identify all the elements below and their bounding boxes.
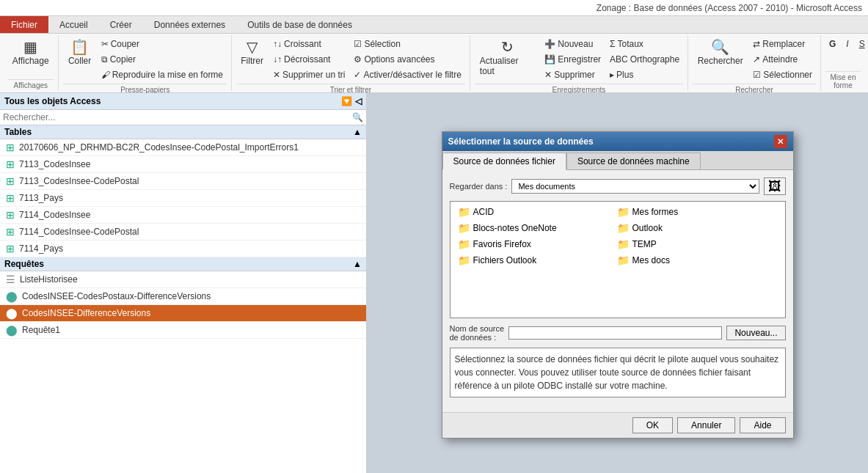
decroissant-btn[interactable]: ↓↑ Décroissant [269, 52, 349, 67]
folder-item-5[interactable]: 📁 Mes docs [613, 253, 770, 268]
remplacer-btn[interactable]: ⇄ Remplacer [749, 37, 816, 51]
rechercher-btn[interactable]: 🔍 Rechercher [693, 37, 748, 69]
folder-item-6[interactable]: 📁 Mes formes [613, 205, 770, 219]
nouveau-btn[interactable]: ➕ Nouveau [541, 37, 605, 51]
italique-btn[interactable]: I [842, 37, 852, 51]
actualiser-btn[interactable]: ↻ Actualiser tout [475, 37, 540, 79]
table-item-3[interactable]: ⊞ 7113_CodesInsee-CodePostal [0, 173, 366, 190]
new-btn[interactable]: Nouveau... [726, 326, 785, 340]
ok-label: OK [646, 420, 659, 430]
folder-label-6: Mes formes [632, 207, 679, 217]
supprimer-tri-icon: ✕ [273, 70, 280, 80]
ribbon-tabs: Fichier Accueil Créer Données externes O… [0, 16, 868, 34]
tab-fichier[interactable]: Fichier [0, 16, 48, 33]
sidebar-title: Tous les objets Access [4, 96, 101, 106]
requete-item-3[interactable]: ⬤ CodesINSEE-DifferenceVersions [0, 305, 366, 322]
table-icon-4: ⊞ [6, 192, 15, 204]
requete-item-2[interactable]: ⬤ CodesINSEE-CodesPostaux-DifferenceVers… [0, 288, 366, 305]
affichage-btn[interactable]: ▦ Affichage [7, 37, 54, 69]
activer-filtre-btn[interactable]: ✓ Activer/désactiver le filtre [350, 67, 464, 82]
couper-btn[interactable]: ✂ Couper [98, 37, 227, 51]
file-list[interactable]: 📁 ACID 📁 Mes formes 📁 Blocs-notes OneNot… [450, 201, 786, 318]
filtrer-btn[interactable]: ▽ Filtrer [236, 37, 268, 69]
folder-item-4[interactable]: 📁 Fichiers Outlook [453, 253, 611, 268]
supprimer-icon: ✕ [544, 70, 552, 80]
main-content: Sélectionner la source de données ✕ Sour… [367, 93, 868, 473]
browse-btn[interactable]: 🖼 [764, 177, 786, 195]
tables-section-header[interactable]: Tables ▲ [0, 125, 366, 139]
new-btn-label: Nouveau... [734, 328, 777, 338]
tab-donnees-externes[interactable]: Données externes [143, 16, 236, 33]
selectionner-label: Sélectionner [763, 70, 812, 80]
table-item-5[interactable]: ⊞ 7114_CodesInsee [0, 207, 366, 224]
croissant-btn[interactable]: ↑↓ Croissant [269, 37, 349, 51]
totaux-btn[interactable]: Σ Totaux [606, 37, 683, 51]
folder-item-8[interactable]: 📁 TEMP [613, 237, 770, 252]
selectionner-btn[interactable]: ☑ Sélectionner [749, 67, 816, 82]
main-layout: Tous les objets Access 🔽 ◁ 🔍 Tables ▲ ⊞ … [0, 93, 868, 473]
description-text: Sélectionnez la source de données fichie… [455, 354, 779, 391]
tab-accueil[interactable]: Accueil [48, 16, 99, 33]
couper-label: Couper [111, 39, 139, 49]
options-avancees-btn[interactable]: ⚙ Options avancées [350, 52, 464, 67]
tab-machine-datasource[interactable]: Source de données machine [566, 153, 701, 169]
plus-btn[interactable]: ▸ Plus [606, 67, 683, 82]
folder-item-3[interactable]: 📁 Favoris Firefox [453, 237, 611, 252]
copier-btn[interactable]: ⧉ Copier [98, 52, 227, 67]
table-item-1[interactable]: ⊞ 20170606_NP_DRHMD-BC2R_CodesInsee-Code… [0, 139, 366, 156]
atteindre-icon: ↗ [753, 54, 760, 65]
supprimer-tri-btn[interactable]: ✕ Supprimer un tri [269, 67, 349, 82]
table-item-2[interactable]: ⊞ 7113_CodesInsee [0, 156, 366, 173]
sidebar: Tous les objets Access 🔽 ◁ 🔍 Tables ▲ ⊞ … [0, 93, 367, 473]
dialog-close-btn[interactable]: ✕ [774, 135, 787, 148]
table-label-3: 7113_CodesInsee-CodePostal [19, 176, 139, 186]
requete-item-4[interactable]: ⬤ Requête1 [0, 322, 366, 339]
enregistrer-btn[interactable]: 💾 Enregistrer [541, 52, 605, 67]
remplacer-icon: ⇄ [753, 39, 760, 49]
orthographe-btn[interactable]: ABC Orthographe [606, 52, 683, 67]
plus-label: Plus [616, 70, 633, 80]
supprimer-btn[interactable]: ✕ Supprimer [541, 67, 605, 82]
requetes-section-header[interactable]: Requêtes ▲ [0, 257, 366, 271]
aide-button[interactable]: Aide [740, 417, 785, 433]
enregistrements-group-label: Enregistrements [475, 84, 683, 94]
coller-label: Coller [68, 56, 91, 66]
ribbon: Fichier Accueil Créer Données externes O… [0, 16, 868, 93]
coller-btn[interactable]: 📋 Coller [63, 37, 95, 69]
folder-item-7[interactable]: 📁 Outlook [613, 221, 770, 235]
table-item-6[interactable]: ⊞ 7114_CodesInsee-CodePostal [0, 224, 366, 241]
atteindre-btn[interactable]: ↗ Atteindre [749, 52, 816, 67]
table-icon-7: ⊞ [6, 243, 15, 254]
requetes-label: Requêtes [4, 259, 44, 269]
reproduire-btn[interactable]: 🖌 Reproduire la mise en forme [98, 67, 227, 82]
tab-outils[interactable]: Outils de base de données [236, 16, 363, 33]
ribbon-group-enregistrements: ↻ Actualiser tout ➕ Nouveau 💾 Enregistre… [470, 35, 688, 91]
gras-btn[interactable]: G [825, 37, 839, 51]
table-item-4[interactable]: ⊞ 7113_Pays [0, 190, 366, 207]
croissant-icon: ↑↓ [273, 39, 282, 49]
sidebar-collapse-icon[interactable]: 🔽 [341, 96, 352, 106]
name-input[interactable] [508, 326, 722, 340]
selection-btn[interactable]: ☑ Sélection [350, 37, 464, 51]
souligne-btn[interactable]: S [856, 37, 868, 51]
table-item-7[interactable]: ⊞ 7114_Pays [0, 241, 366, 257]
ok-button[interactable]: OK [632, 417, 673, 433]
sidebar-header: Tous les objets Access 🔽 ◁ [0, 93, 366, 110]
copier-icon: ⧉ [101, 54, 108, 65]
look-in-select[interactable]: Mes documents [511, 179, 759, 194]
nouveau-label: Nouveau [558, 39, 593, 49]
enregistrer-icon: 💾 [544, 54, 555, 65]
ribbon-content: ▦ Affichage Affichages 📋 Coller ✂ Couper [0, 34, 868, 92]
tab-fichier-datasource[interactable]: Source de données fichier [442, 153, 566, 170]
folder-item-1[interactable]: 📁 ACID [453, 205, 611, 219]
plus-icon: ▸ [610, 70, 614, 80]
requete-item-1[interactable]: ☰ ListeHistorisee [0, 271, 366, 288]
table-icon-1: ⊞ [6, 142, 15, 153]
tab-creer[interactable]: Créer [99, 16, 143, 33]
annuler-button[interactable]: Annuler [677, 417, 735, 433]
table-label-7: 7114_Pays [19, 243, 63, 254]
folder-item-2[interactable]: 📁 Blocs-notes OneNote [453, 221, 611, 235]
sidebar-close-icon[interactable]: ◁ [355, 96, 362, 106]
search-input[interactable] [3, 112, 352, 122]
search-icon: 🔍 [352, 112, 363, 122]
